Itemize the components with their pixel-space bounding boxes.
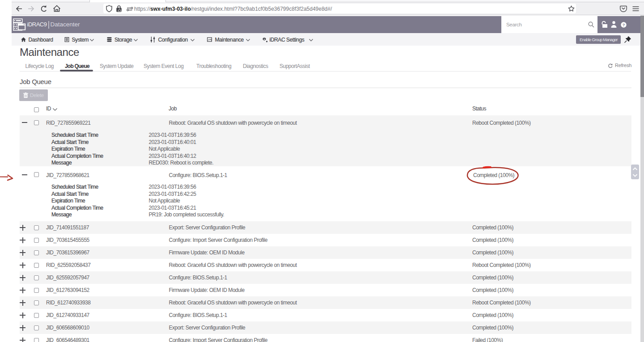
svg-text:?: ? [623, 23, 625, 27]
